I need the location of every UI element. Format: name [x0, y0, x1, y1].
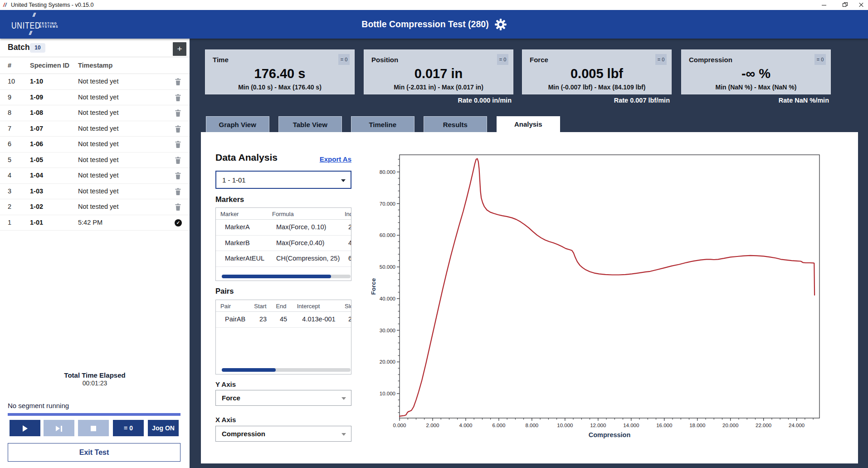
- metric-label: Time: [213, 56, 229, 64]
- specimen-id: 1-08: [30, 109, 43, 116]
- specimen-timestamp: Not tested yet: [78, 172, 118, 179]
- restore-button[interactable]: [838, 0, 852, 10]
- y-tick-label: 70.000: [380, 201, 395, 207]
- tab-table-view[interactable]: Table View: [278, 116, 342, 132]
- specimen-row[interactable]: 101-10Not tested yet: [0, 74, 190, 90]
- y-tick-label: 20.000: [380, 359, 395, 365]
- specimen-number: 7: [8, 125, 11, 132]
- y-axis-select-value: Force: [222, 394, 240, 402]
- force-compression-curve: [400, 159, 814, 416]
- stop-button[interactable]: [78, 420, 109, 436]
- metric-label: Position: [371, 56, 398, 64]
- specimen-row[interactable]: 61-06Not tested yet: [0, 137, 190, 153]
- horizontal-scrollbar[interactable]: [222, 275, 351, 278]
- x-tick-label: 6.000: [493, 423, 506, 428]
- delete-specimen-button[interactable]: [175, 78, 182, 85]
- close-button[interactable]: [854, 0, 868, 10]
- app-header: // UNITED TESTINGSYSTEMS // Bottle Compr…: [0, 10, 868, 39]
- specimen-id: 1-06: [30, 140, 43, 148]
- table-cell: 2: [348, 315, 351, 323]
- column-header: Intercept: [297, 303, 320, 310]
- skip-next-icon: [56, 426, 60, 431]
- specimen-timestamp: Not tested yet: [78, 156, 118, 163]
- delete-specimen-button[interactable]: [175, 188, 182, 195]
- batch-label: Batch: [8, 43, 30, 52]
- minimize-button[interactable]: [817, 0, 831, 10]
- x-axis-select[interactable]: Compression: [215, 426, 351, 442]
- y-axis-select[interactable]: Force: [215, 390, 351, 406]
- specimen-row[interactable]: 31-03Not tested yet: [0, 184, 190, 200]
- specimen-timestamp: Not tested yet: [78, 109, 118, 116]
- zero-metric-button[interactable]: = 0: [338, 54, 350, 65]
- table-cell: Max(Force,0.40): [276, 239, 324, 246]
- specimen-select[interactable]: 1 - 1-01: [215, 171, 351, 189]
- delete-specimen-button[interactable]: [175, 109, 182, 117]
- scrollbar-thumb[interactable]: [222, 368, 276, 372]
- analysis-chart: 0.0002.0004.0006.0008.00010.00012.00014.…: [365, 132, 858, 463]
- delete-specimen-button[interactable]: [175, 94, 182, 101]
- tab-results[interactable]: Results: [424, 116, 487, 132]
- zero-metric-button[interactable]: = 0: [497, 54, 508, 65]
- specimen-row[interactable]: 21-02Not tested yet: [0, 199, 190, 215]
- specimen-id: 1-01: [30, 219, 43, 226]
- specimen-row[interactable]: 71-07Not tested yet: [0, 121, 190, 137]
- horizontal-scrollbar[interactable]: [222, 368, 351, 372]
- column-header-num: #: [8, 62, 11, 69]
- metric-value: 176.40 s: [205, 66, 354, 81]
- table-cell: Max(Force, 0.10): [276, 223, 326, 231]
- play-button[interactable]: [10, 420, 40, 436]
- y-axis-title: Force: [370, 278, 377, 295]
- column-header-timestamp: Timestamp: [78, 62, 112, 69]
- specimen-row[interactable]: 41-04Not tested yet: [0, 168, 190, 184]
- zero-button[interactable]: = 0: [113, 420, 144, 436]
- column-header: End: [276, 303, 286, 310]
- x-tick-label: 22.000: [756, 423, 771, 428]
- zero-metric-button[interactable]: = 0: [814, 54, 826, 65]
- metric-label: Compression: [689, 56, 732, 64]
- specimen-timestamp: Not tested yet: [78, 94, 118, 101]
- y-tick-label: 60.000: [380, 232, 395, 238]
- specimen-row[interactable]: 91-09Not tested yet: [0, 90, 190, 106]
- markers-heading: Markers: [215, 195, 244, 204]
- y-tick-label: 30.000: [380, 328, 395, 333]
- exit-test-button[interactable]: Exit Test: [8, 443, 180, 462]
- table-header-row: PairStartEndInterceptSlope: [216, 300, 351, 312]
- x-tick-label: 18.000: [689, 423, 705, 428]
- x-tick-label: 24.000: [789, 423, 805, 428]
- tab-timeline[interactable]: Timeline: [351, 116, 414, 132]
- delete-specimen-button[interactable]: [175, 125, 182, 133]
- delete-specimen-button[interactable]: [175, 172, 182, 179]
- x-tick-label: 14.000: [623, 423, 639, 428]
- x-tick-label: 2.000: [426, 423, 439, 428]
- batch-sidebar: Batch 10 + # Specimen ID Timestamp 101-1…: [0, 39, 190, 468]
- markers-table: MarkerFormulaIndexMarkerAMax(Force, 0.10…: [215, 207, 351, 281]
- step-button[interactable]: [44, 420, 74, 436]
- gear-icon[interactable]: [495, 19, 507, 30]
- y-axis-label: Y Axis: [215, 380, 236, 388]
- x-tick-label: 0.000: [393, 423, 406, 428]
- delete-specimen-button[interactable]: [175, 141, 182, 148]
- metric-minmax: Min (0.10 s) - Max (176.40 s): [205, 84, 354, 91]
- specimen-row[interactable]: 81-08Not tested yet: [0, 105, 190, 121]
- x-tick-label: 12.000: [590, 423, 606, 428]
- specimen-id: 1-10: [30, 78, 43, 85]
- delete-specimen-button[interactable]: [175, 157, 182, 164]
- tab-analysis[interactable]: Analysis: [497, 116, 560, 132]
- specimen-id: 1-05: [30, 156, 43, 163]
- scrollbar-thumb[interactable]: [222, 275, 331, 278]
- zero-metric-button[interactable]: = 0: [655, 54, 667, 65]
- specimen-id: 1-03: [30, 187, 43, 195]
- specimen-timestamp: 5:42 PM: [78, 219, 102, 226]
- jog-button[interactable]: Jog ON: [148, 420, 179, 436]
- metric-minmax: Min (-0.007 lbf) - Max (84.109 lbf): [522, 84, 671, 91]
- add-specimen-button[interactable]: +: [173, 42, 186, 56]
- specimen-timestamp: Not tested yet: [78, 125, 118, 132]
- tab-graph-view[interactable]: Graph View: [206, 116, 269, 132]
- specimen-row[interactable]: 11-015:42 PM✓: [0, 215, 190, 231]
- specimen-row[interactable]: 51-05Not tested yet: [0, 153, 190, 168]
- delete-specimen-button[interactable]: [175, 203, 182, 211]
- force-compression-chart: 0.0002.0004.0006.0008.00010.00012.00014.…: [365, 132, 858, 463]
- pairs-heading: Pairs: [215, 287, 234, 296]
- export-as-link[interactable]: Export As: [320, 155, 351, 163]
- y-tick-label: 10.000: [380, 391, 395, 396]
